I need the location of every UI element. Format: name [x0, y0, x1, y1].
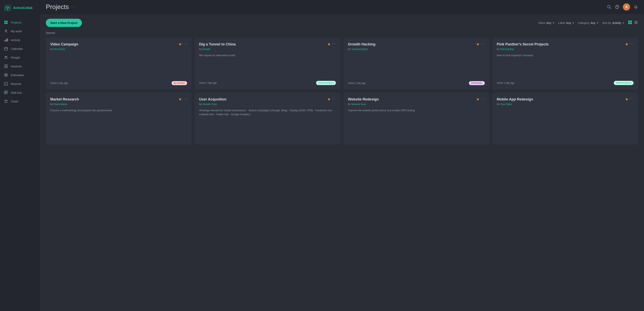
- sidebar-item-add-ons[interactable]: Add-ons: [0, 88, 40, 97]
- logo[interactable]: ActiveCollab: [0, 0, 40, 16]
- card-client-3: for Townsend Beef: [348, 48, 485, 51]
- svg-point-25: [617, 8, 617, 8]
- card-header-3: Growth Hacking ★ ···: [348, 42, 485, 47]
- svg-point-12: [5, 56, 6, 57]
- main-content: Projects ··· A: [40, 0, 644, 311]
- grid-view-button[interactable]: [628, 20, 632, 25]
- invoices-icon: [4, 64, 8, 68]
- card-star-6[interactable]: ★: [328, 97, 330, 102]
- card-star-8[interactable]: ★: [625, 97, 628, 102]
- list-view-button[interactable]: [634, 20, 638, 25]
- user-avatar[interactable]: A: [623, 4, 630, 11]
- topbar-left: Projects ···: [46, 3, 76, 11]
- sidebar-item-invoices[interactable]: Invoices: [0, 62, 40, 71]
- card-star-5[interactable]: ★: [178, 97, 182, 102]
- svg-rect-11: [4, 48, 8, 50]
- sidebar-item-my-work[interactable]: My work: [0, 27, 40, 36]
- label-filter-value: Any: [566, 21, 571, 25]
- card-menu-2[interactable]: ···: [332, 42, 336, 46]
- sidebar-label-activity: Activity: [11, 38, 20, 42]
- project-card-7[interactable]: Website Redesign ★ ··· for Network Door …: [344, 93, 489, 145]
- client-filter-value: Any: [546, 21, 551, 25]
- svg-rect-2: [4, 21, 6, 22]
- project-card-6[interactable]: User Acqusition ★ ··· for Rooster Corp A…: [195, 93, 340, 145]
- card-client-7: for Network Door: [348, 103, 485, 106]
- page-more-button[interactable]: ···: [71, 5, 76, 9]
- logo-text: ActiveCollab: [13, 6, 32, 10]
- card-star-4[interactable]: ★: [625, 42, 628, 47]
- svg-point-6: [6, 30, 6, 31]
- sidebar-label-my-work: My work: [11, 30, 22, 33]
- calendar-icon: [4, 47, 8, 51]
- client-filter[interactable]: Client Any ▼: [538, 21, 554, 25]
- card-description-3: [348, 54, 485, 78]
- project-card-8[interactable]: Mobile App Redesign ★ ··· for Pixel Tabl…: [492, 93, 638, 145]
- sidebar-item-reports[interactable]: Reports: [0, 79, 40, 88]
- grid-icon: [4, 20, 8, 24]
- label-filter-arrow: ▼: [572, 22, 574, 24]
- sidebar-item-trash[interactable]: Trash: [0, 97, 40, 106]
- card-menu-6[interactable]: ···: [332, 97, 336, 101]
- card-header-8: Mobile App Redesign ★ ···: [497, 97, 634, 102]
- people-icon: [4, 56, 8, 59]
- card-badge-4: INPROGRESS: [614, 81, 634, 85]
- card-description-2: We require an alternative route!: [199, 54, 336, 77]
- card-star-1[interactable]: ★: [178, 42, 182, 47]
- notifications-button[interactable]: [634, 5, 638, 9]
- card-badge-3: INTERNAL: [469, 81, 485, 85]
- card-header-7: Website Redesign ★ ···: [348, 97, 485, 102]
- sidebar-item-estimates[interactable]: Estimates: [0, 71, 40, 79]
- logo-icon: [4, 5, 11, 12]
- card-header-5: Market Research ★ ···: [50, 97, 187, 102]
- card-star-3[interactable]: ★: [476, 42, 480, 47]
- new-project-button[interactable]: Start a New Project: [46, 19, 82, 27]
- search-button[interactable]: [607, 5, 611, 9]
- sidebar-label-invoices: Invoices: [11, 65, 22, 68]
- label-filter[interactable]: Label Any ▼: [558, 21, 574, 25]
- sidebar-item-projects[interactable]: Projects: [0, 18, 40, 27]
- card-menu-4[interactable]: ···: [630, 42, 634, 46]
- card-star-7[interactable]: ★: [476, 97, 480, 102]
- card-footer-2: Active 1 day ago INPROGRESS: [199, 81, 336, 85]
- svg-rect-26: [628, 21, 630, 22]
- project-card-5[interactable]: Market Research ★ ··· for Pasta Mania Ch…: [46, 93, 192, 145]
- sidebar-item-calendar[interactable]: Calendar: [0, 44, 40, 53]
- sidebar-label-add-ons: Add-ons: [11, 91, 22, 94]
- svg-point-18: [6, 75, 6, 75]
- svg-rect-22: [4, 93, 6, 94]
- card-footer-4: Active 1 day ago INPROGRESS: [497, 81, 634, 85]
- svg-rect-3: [6, 21, 8, 22]
- starred-section-label: Starred: [46, 31, 638, 35]
- card-client-6: for Rooster Corp: [199, 103, 336, 106]
- help-button[interactable]: [615, 5, 619, 9]
- project-card-2[interactable]: Dig a Tunnel to China ★ ··· for Donald W…: [195, 38, 340, 90]
- svg-rect-14: [4, 65, 7, 68]
- card-menu-8[interactable]: ···: [630, 97, 634, 101]
- card-menu-1[interactable]: ···: [183, 42, 187, 46]
- project-card-1[interactable]: Video Campaign ★ ··· for Perl Points Act…: [46, 38, 192, 90]
- topbar-right: A: [607, 4, 638, 11]
- svg-rect-27: [630, 21, 632, 22]
- card-menu-7[interactable]: ···: [481, 97, 485, 101]
- card-menu-3[interactable]: ···: [481, 42, 485, 46]
- card-description-8: [497, 108, 634, 140]
- activity-icon: [4, 38, 8, 42]
- category-filter[interactable]: Category Any ▼: [578, 21, 599, 25]
- sidebar-item-activity[interactable]: Activity: [0, 36, 40, 44]
- project-card-3[interactable]: Growth Hacking ★ ··· for Townsend Beef A…: [344, 38, 489, 90]
- project-card-4[interactable]: Pink Panther's Secret Projects ★ ··· for…: [492, 38, 638, 90]
- card-title-7: Website Redesign: [348, 97, 475, 102]
- sidebar-item-people[interactable]: People: [0, 53, 40, 62]
- sort-filter[interactable]: Sort by Activity ▼: [602, 21, 624, 25]
- card-star-2[interactable]: ★: [328, 42, 330, 47]
- person-icon: [4, 29, 8, 33]
- svg-rect-0: [4, 5, 11, 12]
- card-client-5: for Pasta Mania: [50, 103, 187, 106]
- card-client-4: for Pink Panther: [497, 48, 634, 51]
- sort-filter-value: Activity: [612, 21, 621, 25]
- card-menu-5[interactable]: ···: [183, 97, 187, 101]
- card-description-1: [50, 54, 187, 78]
- addons-icon: [4, 91, 8, 95]
- page-title: Projects: [46, 3, 69, 11]
- card-title-1: Video Campaign: [50, 42, 177, 47]
